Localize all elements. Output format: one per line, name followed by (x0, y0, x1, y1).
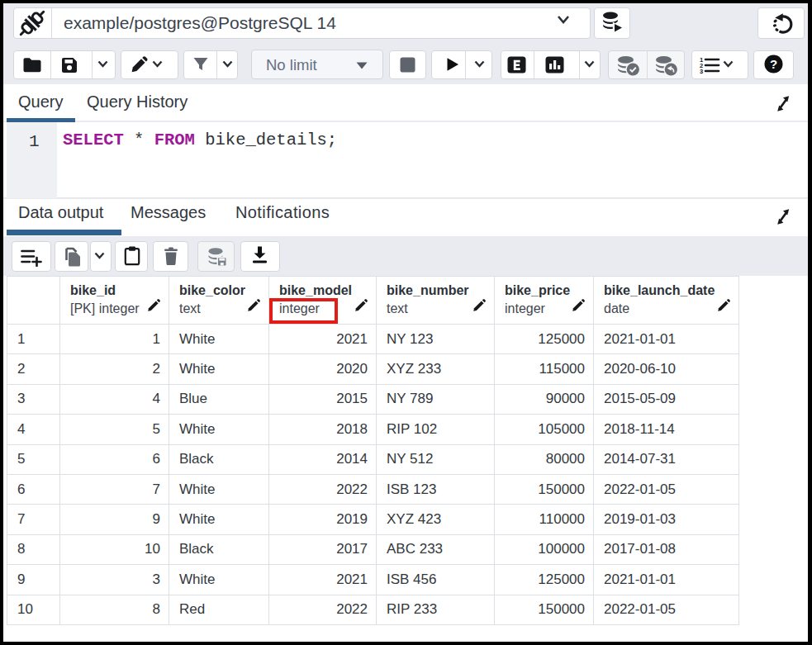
svg-text:?: ? (770, 57, 777, 71)
svg-text:3: 3 (700, 68, 703, 74)
